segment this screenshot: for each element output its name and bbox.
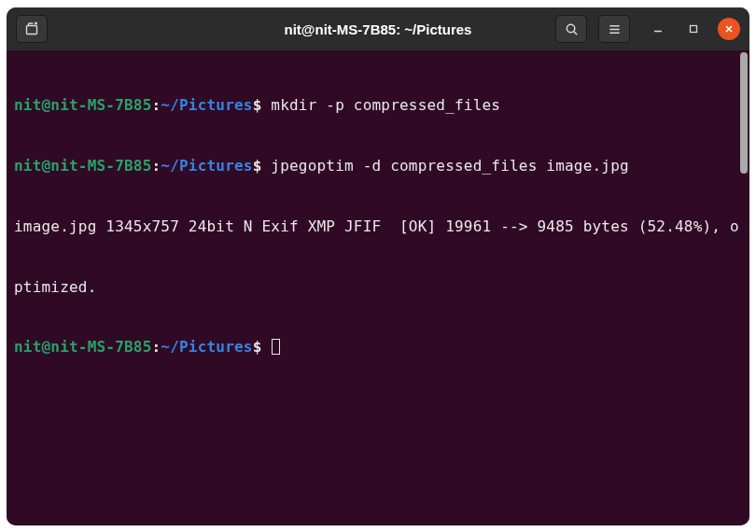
prompt-colon: : (152, 96, 161, 114)
output-text: ptimized. (14, 278, 97, 296)
terminal-line: image.jpg 1345x757 24bit N Exif XMP JFIF… (14, 217, 746, 237)
titlebar-left (16, 15, 48, 43)
terminal-line: nit@nit-MS-7B85:~/Pictures$ jpegoptim -d… (14, 156, 746, 176)
hamburger-icon (608, 22, 622, 36)
output-text: 19961 --> 9485 bytes (52.48%), o (436, 217, 738, 235)
terminal-body[interactable]: nit@nit-MS-7B85:~/Pictures$ mkdir -p com… (7, 50, 749, 525)
terminal-content: nit@nit-MS-7B85:~/Pictures$ mkdir -p com… (14, 55, 746, 398)
terminal-line: nit@nit-MS-7B85:~/Pictures$ mkdir -p com… (14, 95, 746, 116)
prompt-dollar: $ (253, 338, 272, 356)
minimize-icon (653, 24, 663, 34)
menu-button[interactable] (598, 15, 630, 43)
prompt-user-host: nit@nit-MS-7B85 (14, 338, 152, 356)
terminal-line: ptimized. (14, 277, 746, 298)
svg-point-1 (567, 24, 574, 32)
prompt-cwd: ~/Pictures (161, 157, 252, 175)
svg-rect-0 (27, 26, 37, 35)
output-text: image.jpg 1345x757 24bit N Exif XMP JFIF (14, 217, 399, 235)
maximize-button[interactable] (682, 18, 705, 40)
titlebar-right (555, 15, 740, 43)
svg-rect-2 (691, 26, 697, 33)
new-tab-icon (24, 21, 39, 36)
prompt-cwd: ~/Pictures (161, 338, 252, 356)
close-button[interactable] (718, 18, 740, 40)
window-controls (647, 18, 740, 40)
close-icon (724, 24, 734, 34)
search-button[interactable] (555, 15, 587, 43)
terminal-window: nit@nit-MS-7B85: ~/Pictures (7, 7, 749, 525)
output-ok: [OK] (399, 217, 436, 235)
prompt-user-host: nit@nit-MS-7B85 (14, 96, 152, 114)
prompt-colon: : (152, 338, 161, 356)
minimize-button[interactable] (647, 18, 669, 40)
prompt-dollar: $ (253, 96, 272, 114)
prompt-user-host: nit@nit-MS-7B85 (14, 157, 152, 175)
maximize-icon (689, 24, 698, 34)
window-title: nit@nit-MS-7B85: ~/Pictures (285, 21, 472, 37)
titlebar: nit@nit-MS-7B85: ~/Pictures (7, 7, 749, 50)
new-tab-button[interactable] (16, 15, 48, 43)
scrollbar-thumb[interactable] (740, 52, 748, 174)
terminal-line: nit@nit-MS-7B85:~/Pictures$ (14, 337, 746, 357)
search-icon (565, 22, 579, 36)
command-text: jpegoptim -d compressed_files image.jpg (271, 157, 628, 175)
prompt-dollar: $ (253, 157, 272, 175)
prompt-cwd: ~/Pictures (161, 96, 252, 114)
cursor (272, 339, 280, 355)
prompt-colon: : (152, 157, 161, 175)
command-text: mkdir -p compressed_files (271, 96, 500, 114)
